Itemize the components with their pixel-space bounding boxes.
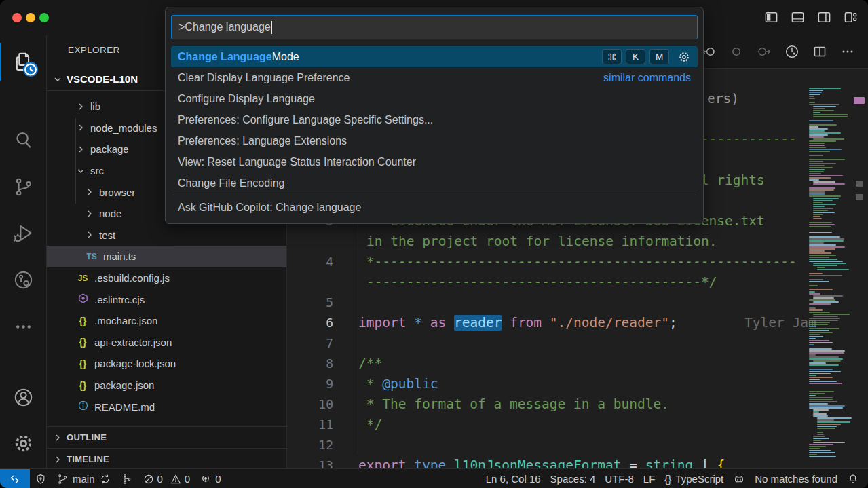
cursor-position[interactable]: Ln 6, Col 16: [481, 469, 546, 488]
navigate-circle-icon[interactable]: [728, 43, 744, 62]
line-number[interactable]: 11: [287, 415, 333, 435]
code-line[interactable]: /**: [358, 354, 382, 374]
explorer-icon[interactable]: [0, 39, 46, 83]
tree-file-.mocharc.json[interactable]: {}.mocharc.json: [47, 310, 286, 332]
language-mode[interactable]: {} TypeScript: [660, 469, 728, 488]
minimap-line: [809, 291, 815, 293]
command-input[interactable]: >Change language: [171, 15, 698, 39]
explorer-title: EXPLORER: [68, 45, 120, 55]
minimap-line: [813, 297, 834, 299]
code-line[interactable]: in the project root for license informat…: [366, 231, 717, 252]
minimap-line: [809, 446, 826, 447]
outline-section-header[interactable]: OUTLINE: [47, 426, 286, 448]
minimize-button[interactable]: [26, 13, 35, 22]
minimap-line: [809, 94, 820, 95]
tree-folder-test[interactable]: test: [47, 225, 286, 246]
code-line[interactable]: *---------------------------------------…: [358, 252, 797, 272]
workspace-trust-shield-icon[interactable]: [30, 469, 52, 488]
tree-file-.esbuild.config.js[interactable]: JS.esbuild.config.js: [47, 267, 286, 289]
account-icon[interactable]: [0, 375, 46, 419]
split-editor-icon[interactable]: [812, 43, 828, 62]
code-line[interactable]: ----------------------------------------…: [366, 272, 717, 293]
minimap-line: [817, 269, 849, 270]
minimap-line: [809, 151, 830, 152]
broadcast-item[interactable]: 0: [195, 469, 225, 488]
code-line[interactable]: */: [358, 415, 382, 435]
minimap-line: [809, 238, 844, 240]
line-number[interactable]: 8: [287, 354, 333, 374]
timeline-section-header[interactable]: TIMELINE: [47, 448, 286, 468]
minimap-line: [809, 379, 820, 380]
maximize-button[interactable]: [39, 13, 49, 22]
minimap-line: [809, 161, 823, 162]
code-line[interactable]: * The format of a message in a bundle.: [358, 394, 669, 415]
git-branch-item[interactable]: main: [52, 469, 116, 488]
search-matches[interactable]: No matches found: [750, 469, 842, 488]
source-control-icon[interactable]: [0, 164, 46, 209]
line-number[interactable]: 5: [287, 293, 333, 313]
minimap-line: [809, 450, 831, 451]
minimap-line: [809, 96, 814, 97]
command-item-preferences-language-extensions[interactable]: Preferences: Language Extensions: [171, 130, 698, 151]
remote-indicator[interactable]: [0, 469, 30, 488]
copilot-icon[interactable]: [728, 469, 750, 488]
configure-keybinding-gear-icon[interactable]: [677, 50, 691, 64]
close-button[interactable]: [12, 13, 22, 22]
code-line[interactable]: import * as reader from "./node/reader";: [358, 313, 677, 333]
minimap-line: [809, 171, 824, 172]
toggle-primary-sidebar-icon[interactable]: [763, 10, 779, 28]
command-item-preferences-configure-language-specific-settings-[interactable]: Preferences: Configure Language Specific…: [171, 109, 698, 130]
minimap-line: [809, 246, 845, 248]
git-graph-icon[interactable]: [116, 469, 138, 488]
problems-item[interactable]: 0 0: [138, 469, 195, 488]
settings-gear-icon[interactable]: [0, 421, 46, 466]
line-number[interactable]: 12: [287, 435, 333, 455]
line-number[interactable]: 4: [287, 252, 333, 272]
more-views-icon[interactable]: [0, 304, 46, 349]
line-number[interactable]: 10: [287, 394, 333, 415]
toggle-panel-icon[interactable]: [790, 10, 806, 28]
github-pull-requests-icon[interactable]: [0, 257, 46, 302]
minimap[interactable]: [808, 88, 855, 468]
timeline-history-icon[interactable]: [784, 43, 800, 62]
minimap-line: [809, 147, 826, 148]
line-number[interactable]: 6: [287, 313, 333, 333]
notifications-bell-icon[interactable]: [842, 469, 864, 488]
tree-item-label: .eslintrc.cjs: [94, 294, 145, 305]
command-item-change-language[interactable]: Change Language Mode⌘KM: [171, 46, 698, 67]
line-number[interactable]: 9: [287, 374, 333, 394]
minimap-line: [809, 393, 825, 394]
navigate-forward-icon[interactable]: [756, 43, 772, 62]
tree-file-main.ts[interactable]: TSmain.ts: [47, 246, 286, 267]
minimap-line: [813, 206, 825, 207]
command-item-ask-github-copilot-change-language[interactable]: Ask GitHub Copilot: Change language: [171, 197, 698, 218]
tree-file-README.md[interactable]: README.md: [47, 396, 286, 417]
timeline-label: TIMELINE: [67, 454, 109, 464]
encoding[interactable]: UTF-8: [600, 469, 639, 488]
toggle-secondary-sidebar-icon[interactable]: [816, 10, 832, 28]
indentation[interactable]: Spaces: 4: [546, 469, 601, 488]
code-line[interactable]: export type l10nJsonMessageFormat = stri…: [358, 455, 725, 468]
command-item-view-reset-language-status-interaction-counter[interactable]: View: Reset Language Status Interaction …: [171, 151, 698, 172]
eol[interactable]: LF: [639, 469, 660, 488]
code-fragment: ers): [707, 89, 739, 109]
command-item-configure-display-language[interactable]: Configure Display Language: [171, 88, 698, 109]
customize-layout-icon[interactable]: [843, 10, 858, 28]
tree-file-.eslintrc.cjs[interactable]: .eslintrc.cjs: [47, 288, 286, 310]
search-icon[interactable]: [0, 117, 46, 162]
tree-file-package-lock.json[interactable]: {}package-lock.json: [47, 353, 286, 375]
tree-file-package.json[interactable]: {}package.json: [47, 375, 286, 396]
minimap-line: [809, 140, 836, 142]
overview-ruler[interactable]: [855, 69, 868, 468]
run-and-debug-icon[interactable]: [0, 210, 46, 255]
similar-commands-link[interactable]: similar commands: [603, 72, 691, 84]
tree-file-api-extractor.json[interactable]: {}api-extractor.json: [47, 332, 286, 354]
command-item-clear-display-language-preference[interactable]: Clear Display Language Preferencesimilar…: [171, 67, 698, 88]
more-actions-icon[interactable]: [839, 43, 856, 62]
code-line[interactable]: * @public: [358, 374, 438, 394]
line-number[interactable]: 7: [287, 333, 333, 354]
minimap-line: [813, 114, 848, 115]
minimap-line: [813, 198, 839, 199]
command-item-change-file-encoding[interactable]: Change File Encoding: [171, 172, 698, 193]
line-number[interactable]: 13: [287, 455, 333, 468]
